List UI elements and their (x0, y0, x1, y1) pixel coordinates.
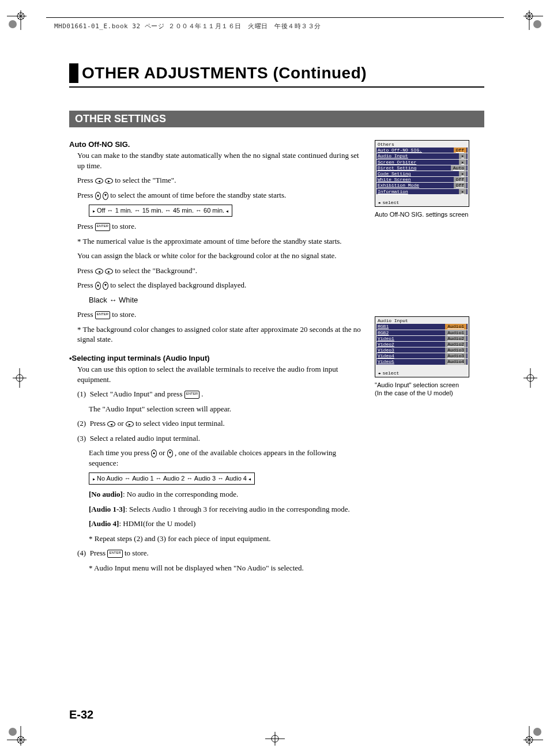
enter-button-icon: ENTER (95, 311, 110, 319)
note-text: * The background color changes to assign… (77, 324, 363, 345)
osd-row: Exhibition ModeOff (376, 183, 468, 188)
crop-mark-icon (7, 726, 27, 746)
osd-row: Audio Input▸ (376, 153, 468, 158)
step-2: (2) Press ◂ or ▸ to select video input t… (77, 418, 363, 429)
osd-row: Information▸ (376, 189, 468, 194)
osd-row: Video1Audio2 (376, 336, 468, 341)
osd-audio-input-screen: Audio Input RGB1Audio1RGB2Audio1Video1Au… (375, 316, 469, 377)
definition-audio-1-3: [Audio 1-3]: Selects Audio 1 through 3 f… (89, 504, 363, 515)
body-text: Each time you press ▴ or ▾ , one of the … (89, 448, 363, 468)
body-text: Press ENTER to store. (77, 309, 363, 320)
chapter-marker (69, 63, 78, 83)
svg-point-6 (533, 20, 541, 28)
osd-row: Video4Audio3 (376, 353, 468, 358)
body-text: The "Audio Input" selection screen will … (89, 404, 363, 414)
crop-mark-icon (265, 726, 285, 746)
definition-no-audio: [No audio]: No audio in the correspondin… (89, 489, 363, 500)
subheading-audio-input: •Selecting input terminals (Audio Input) (69, 354, 363, 362)
osd-row: RGB1Audio1 (376, 324, 468, 329)
note-text: * Repeat steps (2) and (3) for each piec… (89, 534, 363, 544)
osd-row: RGB2Audio1 (376, 330, 468, 335)
step-3: (3) Select a related audio input termina… (77, 433, 363, 444)
sequence-time: Off ↔ 1 min. ↔ 15 min. ↔ 45 min. ↔ 60 mi… (89, 205, 232, 217)
right-button-icon: ▸ (105, 178, 113, 184)
up-button-icon: ▴ (151, 449, 157, 458)
subheading-auto-off: Auto Off-NO SIG. (69, 140, 363, 149)
down-button-icon: ▾ (103, 192, 108, 200)
note-text: * Audio Input menu will not be displayed… (89, 563, 363, 573)
left-button-icon: ◂ (107, 421, 115, 427)
left-button-icon: ◂ (95, 178, 103, 184)
step-4: (4) Press ENTER to store. (77, 548, 363, 558)
osd-row: Direct SettingAuto (376, 165, 468, 171)
up-button-icon: ▴ (95, 192, 101, 200)
down-button-icon: ▾ (103, 282, 108, 290)
step-1: (1) Select "Audio Input" and press ENTER… (77, 389, 363, 399)
page-number: E-32 (69, 708, 93, 721)
body-text: Press ENTER to store. (77, 221, 363, 232)
enter-button-icon: ENTER (107, 550, 122, 558)
body-text: Press ▴ ▾ to select the amount of time b… (77, 190, 363, 201)
osd-others-screen: Others Auto Off-NO SIG.OffAudio Input▸Sc… (375, 140, 469, 207)
sequence-bg: Black ↔ White (89, 295, 363, 305)
crop-mark-icon (523, 368, 543, 388)
body-text: You can assign the black or white color … (77, 251, 363, 261)
svg-point-12 (9, 728, 17, 736)
crop-mark-icon (7, 10, 27, 30)
caption-osd2: "Audio Input" selection screen (In the c… (375, 381, 479, 398)
osd-row: Auto Off-NO SIG.Off (376, 148, 468, 153)
right-button-icon: ▸ (126, 421, 134, 427)
enter-button-icon: ENTER (184, 391, 199, 399)
chapter-underline (69, 86, 484, 88)
crop-mark-icon (523, 726, 543, 746)
note-text: * The numerical value is the approximate… (77, 236, 363, 247)
up-button-icon: ▴ (95, 282, 101, 290)
sequence-audio: No Audio ↔ Audio 1 ↔ Audio 2 ↔ Audio 3 ↔… (89, 472, 255, 485)
body-text: You can use this option to select the av… (77, 364, 363, 384)
crop-mark-icon (7, 368, 27, 388)
osd-row: Video3Audio3 (376, 347, 468, 353)
osd-row: Code Setting▸ (376, 171, 468, 176)
body-text: Press ◂ ▸ to select the "Time". (77, 175, 363, 186)
body-text: Press ▴ ▾ to select the displayed backgr… (77, 280, 363, 290)
body-text: You can make to the standby state automa… (77, 150, 363, 171)
body-text: Press ◂ ▸ to select the "Background". (77, 266, 363, 276)
crop-mark-icon (523, 10, 543, 30)
left-button-icon: ◂ (95, 269, 103, 274)
osd-row: Video5Audio4 (376, 359, 468, 364)
caption-osd1: Auto Off-NO SIG. settings screen (375, 210, 479, 218)
svg-point-0 (9, 20, 17, 28)
right-button-icon: ▸ (105, 269, 113, 274)
definition-audio-4: [Audio 4]: HDMI(for the U model) (89, 519, 363, 529)
chapter-title: OTHER ADJUSTMENTS (Continued) (82, 64, 367, 82)
print-timestamp: MHD01661-01_E.book 32 ページ ２００４年１１月１６日 火曜… (54, 22, 321, 31)
osd-row: White ScreenOff (376, 177, 468, 182)
enter-button-icon: ENTER (95, 223, 110, 231)
svg-point-18 (533, 728, 541, 736)
section-heading: OTHER SETTINGS (69, 111, 484, 127)
osd-row: Screen Orbiter▸ (376, 160, 468, 165)
down-button-icon: ▾ (167, 449, 173, 458)
osd-row: Video2Audio2 (376, 342, 468, 347)
